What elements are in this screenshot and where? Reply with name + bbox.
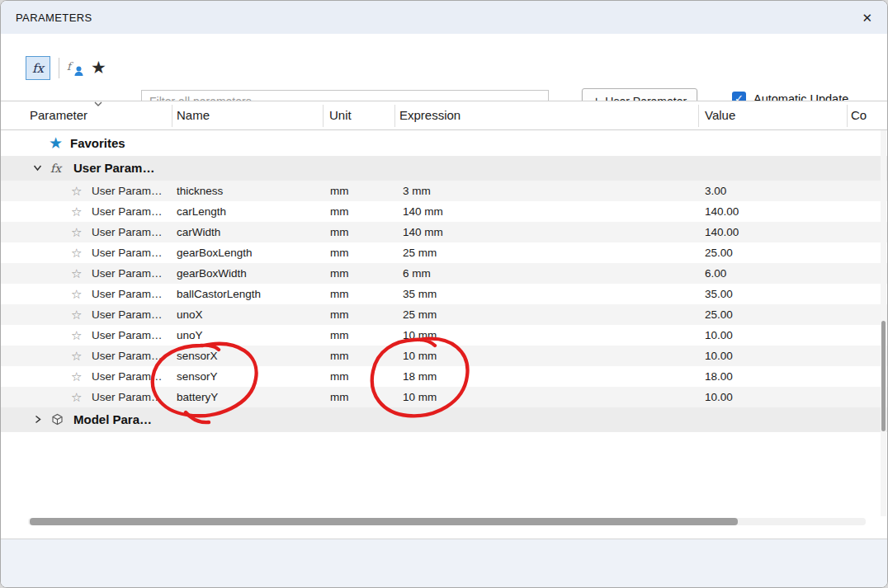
dialog-title: PARAMETERS bbox=[16, 12, 92, 24]
row-unit[interactable]: mm bbox=[330, 325, 349, 346]
toolbar: fx f ★ + User Parameter ✓ Automatic Upda… bbox=[1, 34, 887, 98]
column-header-expression[interactable]: Expression bbox=[399, 101, 461, 129]
row-parameter-label: User Param… bbox=[92, 181, 163, 201]
table-header: Parameter Name Unit Expression Value Co bbox=[1, 101, 887, 130]
fx-icon: fx bbox=[50, 156, 61, 181]
row-parameter-label: User Param… bbox=[92, 222, 163, 242]
favorite-star-icon[interactable]: ☆ bbox=[71, 346, 82, 366]
table-row[interactable]: ☆ User Param… sensorY mm 18 mm 18.00 bbox=[1, 366, 887, 387]
fx-user-parameter-icon[interactable]: f bbox=[66, 59, 86, 78]
row-value: 10.00 bbox=[705, 387, 733, 407]
row-name[interactable]: carWidth bbox=[177, 222, 220, 242]
vertical-scrollbar-thumb[interactable] bbox=[881, 321, 886, 431]
row-unit[interactable]: mm bbox=[330, 222, 349, 242]
row-expression[interactable]: 18 mm bbox=[403, 366, 437, 387]
row-expression[interactable]: 25 mm bbox=[403, 304, 437, 325]
sort-chevron-icon[interactable] bbox=[93, 101, 103, 107]
column-header-parameter[interactable]: Parameter bbox=[30, 101, 87, 129]
row-unit[interactable]: mm bbox=[330, 387, 349, 407]
table-row[interactable]: ☆ User Param… unoX mm 25 mm 25.00 bbox=[1, 304, 887, 325]
row-name[interactable]: sensorX bbox=[177, 346, 218, 366]
row-unit[interactable]: mm bbox=[330, 181, 349, 201]
favorites-group-label: Favorites bbox=[70, 130, 125, 156]
row-expression[interactable]: 10 mm bbox=[403, 325, 437, 346]
row-name[interactable]: gearBoxLength bbox=[177, 242, 253, 263]
model-parameters-group-row[interactable]: Model Para… bbox=[1, 407, 887, 432]
row-name[interactable]: ballCastorLength bbox=[177, 284, 261, 304]
user-parameters-group-label: User Param… bbox=[73, 156, 154, 181]
table-row[interactable]: ☆ User Param… gearBoxWidth mm 6 mm 6.00 bbox=[1, 263, 887, 284]
row-name[interactable]: carLength bbox=[177, 201, 226, 222]
column-header-comments[interactable]: Co bbox=[851, 101, 867, 129]
chevron-down-icon[interactable] bbox=[32, 162, 43, 173]
horizontal-scrollbar-track[interactable] bbox=[28, 518, 866, 525]
favorites-group-row[interactable]: ★ Favorites bbox=[1, 130, 887, 156]
row-parameter-label: User Param… bbox=[92, 387, 163, 407]
row-expression[interactable]: 35 mm bbox=[403, 284, 437, 304]
row-value: 140.00 bbox=[705, 201, 739, 222]
table-row[interactable]: ☆ User Param… batteryY mm 10 mm 10.00 bbox=[1, 387, 887, 407]
favorite-star-icon[interactable]: ☆ bbox=[71, 201, 82, 222]
table-row[interactable]: ☆ User Param… gearBoxLength mm 25 mm 25.… bbox=[1, 242, 887, 263]
row-unit[interactable]: mm bbox=[330, 366, 349, 387]
row-unit[interactable]: mm bbox=[330, 201, 349, 222]
column-header-value[interactable]: Value bbox=[705, 101, 735, 129]
row-name[interactable]: gearBoxWidth bbox=[177, 263, 247, 284]
row-expression[interactable]: 25 mm bbox=[403, 242, 437, 263]
row-expression[interactable]: 10 mm bbox=[403, 346, 437, 366]
row-expression[interactable]: 140 mm bbox=[403, 222, 443, 242]
row-expression[interactable]: 140 mm bbox=[403, 201, 443, 222]
table-row[interactable]: ☆ User Param… ballCastorLength mm 35 mm … bbox=[1, 284, 887, 304]
toolbar-divider bbox=[59, 58, 59, 78]
model-parameters-group-label: Model Para… bbox=[73, 407, 152, 432]
row-expression[interactable]: 10 mm bbox=[403, 387, 437, 407]
favorite-star-icon[interactable]: ☆ bbox=[71, 325, 82, 346]
favorite-star-icon[interactable]: ☆ bbox=[71, 284, 82, 304]
table-row[interactable]: ☆ User Param… thickness mm 3 mm 3.00 bbox=[1, 181, 887, 201]
table-row[interactable]: ☆ User Param… sensorX mm 10 mm 10.00 bbox=[1, 346, 887, 366]
row-name[interactable]: unoY bbox=[177, 325, 203, 346]
row-unit[interactable]: mm bbox=[330, 346, 349, 366]
row-unit[interactable]: mm bbox=[330, 284, 349, 304]
row-unit[interactable]: mm bbox=[330, 263, 349, 284]
row-unit[interactable]: mm bbox=[330, 242, 349, 263]
fx-parameters-button[interactable]: fx bbox=[26, 56, 50, 80]
user-parameters-group-row[interactable]: fx User Param… bbox=[1, 156, 887, 181]
row-name[interactable]: unoX bbox=[177, 304, 203, 325]
favorite-star-icon[interactable]: ☆ bbox=[71, 304, 82, 325]
favorite-star-icon[interactable]: ☆ bbox=[71, 387, 82, 407]
row-parameter-label: User Param… bbox=[92, 242, 163, 263]
table-row[interactable]: ☆ User Param… carWidth mm 140 mm 140.00 bbox=[1, 222, 887, 242]
column-divider bbox=[323, 105, 324, 127]
row-expression[interactable]: 3 mm bbox=[403, 181, 431, 201]
svg-text:f: f bbox=[67, 60, 73, 73]
row-parameter-label: User Param… bbox=[92, 284, 163, 304]
favorite-star-icon[interactable]: ☆ bbox=[71, 181, 82, 201]
chevron-right-icon[interactable] bbox=[32, 414, 43, 425]
horizontal-scrollbar-thumb[interactable] bbox=[30, 518, 738, 525]
column-divider bbox=[394, 105, 395, 127]
table-body: ★ Favorites fx User Param… ☆ User Param…… bbox=[1, 130, 887, 432]
table-row[interactable]: ☆ User Param… unoY mm 10 mm 10.00 bbox=[1, 325, 887, 346]
close-icon[interactable]: ✕ bbox=[862, 12, 872, 24]
favorite-star-icon[interactable]: ☆ bbox=[71, 222, 82, 242]
row-value: 6.00 bbox=[705, 263, 726, 284]
row-unit[interactable]: mm bbox=[330, 304, 349, 325]
favorite-star-icon[interactable]: ☆ bbox=[71, 263, 82, 284]
column-divider bbox=[847, 105, 848, 127]
table-row[interactable]: ☆ User Param… carLength mm 140 mm 140.00 bbox=[1, 201, 887, 222]
favorites-filter-icon[interactable]: ★ bbox=[91, 55, 106, 79]
footer: OK bbox=[1, 539, 887, 587]
row-name[interactable]: batteryY bbox=[177, 387, 218, 407]
row-value: 10.00 bbox=[705, 325, 733, 346]
row-parameter-label: User Param… bbox=[92, 346, 163, 366]
parameters-dialog: PARAMETERS ✕ fx f ★ + User Parameter ✓ A… bbox=[0, 0, 888, 588]
row-value: 35.00 bbox=[705, 284, 733, 304]
column-header-name[interactable]: Name bbox=[177, 101, 210, 129]
row-name[interactable]: sensorY bbox=[177, 366, 218, 387]
row-name[interactable]: thickness bbox=[177, 181, 223, 201]
favorite-star-icon[interactable]: ☆ bbox=[71, 366, 82, 387]
row-expression[interactable]: 6 mm bbox=[403, 263, 431, 284]
column-header-unit[interactable]: Unit bbox=[329, 101, 352, 129]
favorite-star-icon[interactable]: ☆ bbox=[71, 242, 82, 263]
